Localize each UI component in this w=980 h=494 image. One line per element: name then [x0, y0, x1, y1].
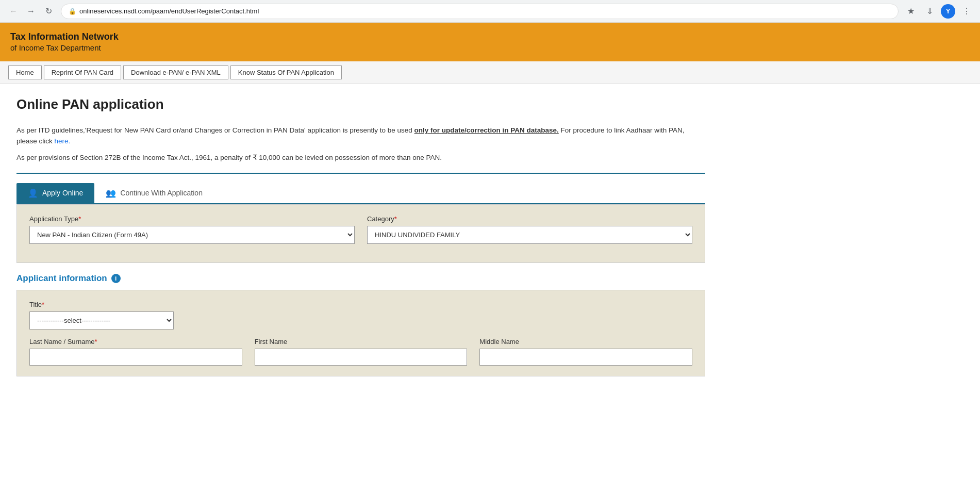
tabs-container: 👤 Apply Online 👥 Continue With Applicati…: [16, 183, 705, 204]
lock-icon: 🔒: [69, 8, 76, 15]
application-type-select[interactable]: New PAN - Indian Citizen (Form 49A): [29, 226, 355, 244]
required-marker: *: [78, 215, 81, 223]
bookmark-button[interactable]: ★: [904, 4, 918, 19]
browser-actions: ★ ⇓ Y ⋮: [904, 4, 974, 19]
category-label: Category*: [367, 215, 692, 223]
title-select[interactable]: ------------select------------- Shri Smt…: [29, 311, 174, 330]
application-form-section: Application Type* New PAN - Indian Citiz…: [16, 204, 705, 263]
site-logo: Tax Information Network of Income Tax De…: [10, 31, 119, 53]
application-type-group: Application Type* New PAN - Indian Citiz…: [29, 215, 355, 244]
first-name-label: First Name: [255, 338, 468, 345]
name-row: Last Name / Surname* First Name Middle N…: [29, 338, 692, 366]
nav-status[interactable]: Know Status Of PAN Application: [230, 65, 342, 79]
last-name-label: Last Name / Surname*: [29, 338, 242, 345]
back-button[interactable]: ←: [6, 4, 21, 19]
nav-download[interactable]: Download e-PAN/ e-PAN XML: [123, 65, 228, 79]
tab-apply-online-label: Apply Online: [42, 189, 83, 197]
category-group: Category* HINDU UNDIVIDED FAMILY: [367, 215, 692, 244]
first-name-group: First Name: [255, 338, 468, 366]
title-label: Title*: [29, 301, 174, 308]
user-avatar[interactable]: Y: [941, 4, 955, 19]
required-marker-ln: *: [94, 338, 97, 345]
nav-reprint[interactable]: Reprint Of PAN Card: [44, 65, 121, 79]
download-button[interactable]: ⇓: [922, 4, 937, 19]
category-select[interactable]: HINDU UNDIVIDED FAMILY: [367, 226, 692, 244]
reload-button[interactable]: ↻: [41, 4, 56, 19]
info-text-2: As per provisions of Section 272B of the…: [16, 152, 705, 163]
applicant-form-section: Title* ------------select------------- S…: [16, 290, 705, 376]
forward-button[interactable]: →: [24, 4, 38, 19]
browser-chrome: ← → ↻ 🔒 onlineservices.nsdl.com/paam/end…: [0, 0, 980, 23]
form-row-type-category: Application Type* New PAN - Indian Citiz…: [29, 215, 692, 244]
apply-online-icon: 👤: [28, 188, 38, 198]
page-title: Online PAN application: [16, 96, 705, 112]
title-group: Title* ------------select------------- S…: [29, 301, 174, 330]
required-marker-title: *: [42, 301, 44, 308]
logo-line2: of Income Tax Department: [10, 43, 119, 53]
url-text: onlineservices.nsdl.com/paam/endUserRegi…: [79, 7, 259, 15]
title-row: Title* ------------select------------- S…: [29, 301, 692, 330]
applicant-section: Applicant information i Title* ---------…: [16, 273, 705, 376]
section-divider: [16, 173, 705, 174]
application-type-label: Application Type*: [29, 215, 355, 223]
address-bar[interactable]: 🔒 onlineservices.nsdl.com/paam/endUserRe…: [61, 4, 899, 19]
middle-name-label: Middle Name: [479, 338, 692, 345]
last-name-group: Last Name / Surname*: [29, 338, 242, 366]
middle-name-input[interactable]: [479, 349, 692, 366]
continue-application-icon: 👥: [106, 188, 116, 198]
menu-button[interactable]: ⋮: [959, 4, 974, 19]
required-marker-2: *: [394, 215, 397, 223]
here-link[interactable]: here.: [55, 137, 71, 145]
site-header: Tax Information Network of Income Tax De…: [0, 23, 980, 61]
browser-nav-buttons: ← → ↻: [6, 4, 56, 19]
middle-name-group: Middle Name: [479, 338, 692, 366]
applicant-info-title: Applicant information i: [16, 273, 705, 284]
last-name-input[interactable]: [29, 349, 242, 366]
nav-home[interactable]: Home: [8, 65, 42, 79]
main-content: Online PAN application As per ITD guidel…: [0, 84, 722, 389]
info-text-1: As per ITD guidelines,'Request for New P…: [16, 125, 705, 147]
info-icon[interactable]: i: [111, 274, 121, 283]
tab-continue-application[interactable]: 👥 Continue With Application: [94, 183, 214, 203]
tab-apply-online[interactable]: 👤 Apply Online: [16, 183, 94, 203]
logo-line1: Tax Information Network: [10, 31, 119, 43]
tab-continue-label: Continue With Application: [120, 189, 203, 197]
nav-bar: Home Reprint Of PAN Card Download e-PAN/…: [0, 61, 980, 84]
first-name-input[interactable]: [255, 349, 468, 366]
